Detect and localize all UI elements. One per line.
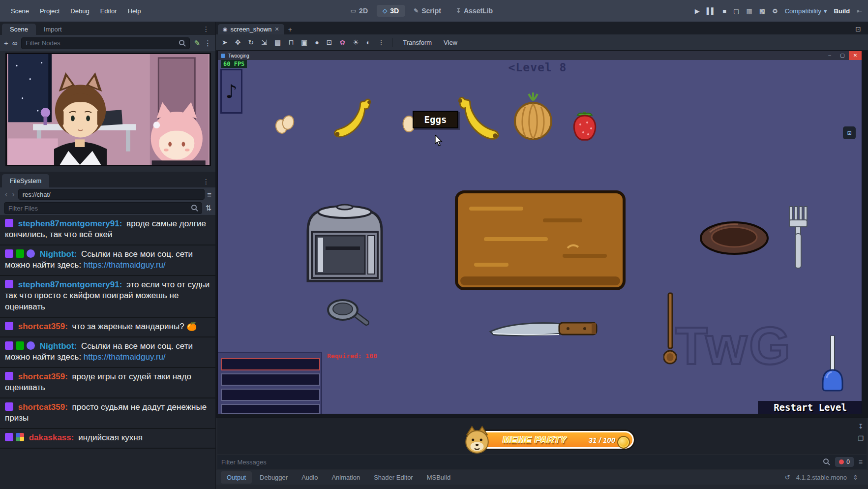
play-remote-icon[interactable]: ▢ (733, 7, 739, 15)
context-tab[interactable]: ↧ AssetLib (450, 5, 499, 17)
path-input[interactable] (18, 189, 205, 200)
list-select-icon[interactable]: ▤ (274, 38, 281, 46)
output-log-area: MEME PARTY 31 / 100 ↧ ❐ (217, 418, 867, 454)
dock-tab[interactable]: Import (36, 24, 70, 35)
menu-item[interactable]: Help (123, 5, 146, 17)
item-plunger[interactable] (820, 336, 845, 395)
error-count-button[interactable]: 0 (835, 457, 854, 467)
restart-level-button[interactable]: Restart Level (758, 401, 862, 414)
snap-icon[interactable]: ⊡ (327, 38, 332, 46)
movie-writer-icon[interactable]: ▩ (759, 7, 765, 15)
move-tool-icon[interactable]: ✥ (235, 38, 241, 46)
add-node-icon[interactable]: + (4, 39, 8, 47)
forward-icon[interactable]: › (11, 190, 15, 198)
play-icon[interactable]: ▶ (695, 7, 700, 15)
group-icon[interactable]: ▣ (301, 38, 307, 46)
context-tab[interactable]: ✎ Script (408, 5, 447, 17)
panel-toggle-icon[interactable]: ⇕ (853, 474, 858, 481)
dock-toggle-icon[interactable]: ⇤ (857, 7, 862, 15)
viewport-menu[interactable]: Transform (400, 37, 435, 48)
sphere-gizmo-icon[interactable]: ● (315, 38, 319, 46)
attach-script-icon[interactable]: ✎ (194, 39, 200, 48)
game-titlebar[interactable]: Twooging – ▢ ✕ (218, 51, 862, 60)
godot-editor: SceneProjectDebugEditorHelp ▭ 2D ◇ 3D ✎ … (0, 0, 868, 489)
menu-item[interactable]: Editor (95, 5, 122, 17)
chat-link[interactable]: https://thatmaidguy.ru/ (84, 260, 166, 270)
filesystem-tab[interactable]: FileSystem (2, 174, 49, 187)
bottom-tab[interactable]: Shader Editor (368, 471, 419, 484)
movie-maker-icon[interactable]: ▦ (746, 7, 752, 15)
bottom-tab[interactable]: Debugger (254, 471, 294, 484)
item-banana-2[interactable] (453, 95, 504, 145)
scroll-bottom-icon[interactable]: ↧ (858, 423, 864, 430)
menu-item[interactable]: Scene (6, 5, 34, 17)
item-onion[interactable] (514, 92, 552, 143)
item-cutting-board[interactable] (454, 190, 626, 292)
log-filter-icon[interactable]: ≡ (859, 458, 863, 466)
item-banana[interactable] (332, 97, 372, 143)
back-icon[interactable]: ‹ (4, 190, 8, 198)
menu-item[interactable]: Debug (65, 5, 94, 17)
scene-tree-menu-icon[interactable]: ⋮ (204, 39, 211, 48)
scene-tab-bar: ◉ screen_shown ✕ + ⊡ (216, 22, 868, 34)
copy-icon[interactable]: ❐ (858, 435, 864, 442)
filter-nodes-input[interactable] (21, 37, 190, 49)
chat-message: shortcat359: что за жареные мандарины? 🍊 (0, 318, 215, 337)
chat-link[interactable]: https://thatmaidguy.ru/ (84, 352, 166, 362)
dock-menu-icon[interactable]: ⋮ (199, 25, 213, 35)
item-oven[interactable] (304, 200, 388, 285)
stop-icon[interactable]: ■ (722, 7, 726, 15)
close-window-button[interactable]: ✕ (849, 51, 862, 60)
renderer-settings-icon[interactable]: ⚙ (772, 7, 778, 15)
menu-item[interactable]: Project (35, 5, 64, 17)
filesystem-split-icon[interactable]: ≡ (207, 190, 211, 199)
sort-icon[interactable]: ⇅ (205, 204, 211, 213)
item-pepper[interactable] (570, 111, 599, 143)
maximize-button[interactable]: ▢ (836, 51, 849, 60)
expand-viewport-icon[interactable]: ⊡ (855, 25, 866, 34)
build-button[interactable]: Build (834, 7, 850, 15)
item-fork[interactable] (789, 206, 810, 271)
music-toggle-button[interactable]: ♪ (220, 69, 242, 114)
item-spoon[interactable] (663, 292, 677, 368)
rotate-tool-icon[interactable]: ↻ (248, 38, 254, 46)
scene-tab-screen-shown[interactable]: ◉ screen_shown ✕ (218, 24, 284, 34)
filesystem-menu-icon[interactable]: ⋮ (199, 178, 213, 187)
bottom-tab[interactable]: Animation (326, 471, 366, 484)
viewport-menu[interactable]: View (441, 37, 460, 48)
more-options-icon[interactable]: ⋮ (378, 38, 385, 46)
filter-messages-input[interactable] (221, 458, 818, 466)
context-switcher: ▭ 2D ◇ 3D ✎ Script ↧ AssetLib (345, 5, 499, 17)
chat-text: что за жареные мандарины? 🍊 (72, 322, 197, 331)
error-icon (839, 459, 844, 464)
context-tab[interactable]: ◇ 3D (377, 5, 405, 17)
bottom-tab[interactable]: Output (221, 471, 252, 484)
bottom-tab[interactable]: Audio (296, 471, 324, 484)
new-tab-button[interactable]: + (284, 25, 296, 34)
environment-icon[interactable]: ◐ (366, 38, 370, 46)
filter-files-input[interactable] (4, 202, 202, 214)
tooltip-text: Eggs (424, 114, 447, 125)
instance-scene-icon[interactable]: ∞ (12, 39, 18, 47)
game-pip-button[interactable]: ⊡ (843, 126, 856, 139)
item-knife[interactable] (487, 320, 599, 343)
toolbar-separator (392, 38, 392, 47)
scale-tool-icon[interactable]: ⇲ (261, 38, 267, 46)
pause-icon[interactable]: ▌▌ (707, 7, 716, 15)
minimize-button[interactable]: – (823, 51, 836, 60)
restart-label: Restart Level (774, 402, 847, 413)
context-tab[interactable]: ▭ 2D (345, 5, 374, 17)
chat-text: индийская кухня (78, 433, 143, 442)
select-tool-icon[interactable]: ➤ (222, 38, 228, 46)
particles-icon[interactable]: ✿ (340, 38, 346, 46)
item-eggs[interactable] (274, 114, 295, 136)
close-icon[interactable]: ✕ (274, 26, 279, 32)
sun-icon[interactable]: ☀ (353, 38, 359, 46)
bottom-tab[interactable]: MSBuild (421, 471, 456, 484)
lock-icon[interactable]: ⊓ (288, 38, 294, 46)
renderer-select[interactable]: Compatibility ▾ (785, 7, 827, 15)
item-plate[interactable] (699, 220, 770, 257)
bot-badge (27, 249, 35, 258)
dock-tab[interactable]: Scene (2, 24, 36, 35)
item-pan[interactable] (326, 296, 370, 329)
